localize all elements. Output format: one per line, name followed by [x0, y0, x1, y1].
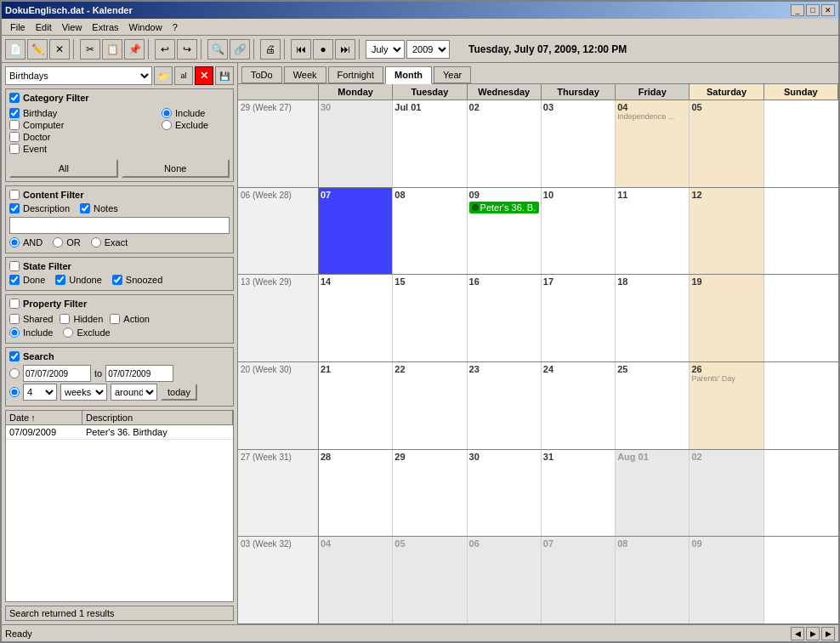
unit-select[interactable]: weeks days months	[60, 384, 107, 401]
category-event-cb[interactable]	[9, 144, 20, 154]
and-radio[interactable]	[9, 237, 20, 248]
date-column-header[interactable]: Date ↑	[6, 411, 82, 424]
shared-cb[interactable]	[9, 314, 20, 324]
category-computer-cb[interactable]	[9, 120, 20, 130]
year-select[interactable]: 2009	[406, 40, 450, 59]
undo-button[interactable]: ↩	[155, 39, 175, 60]
day-aug07[interactable]: 07	[542, 537, 616, 623]
cut-button[interactable]: ✂	[80, 39, 100, 60]
minimize-button[interactable]: _	[791, 4, 804, 16]
print-button[interactable]: 🖨	[260, 39, 281, 60]
search-from-date[interactable]	[23, 365, 91, 382]
open-button[interactable]: ✏️	[27, 39, 48, 60]
status-btn-1[interactable]: ◀	[791, 627, 804, 640]
search-button[interactable]: 🔍	[207, 39, 228, 60]
all-button[interactable]: All	[9, 159, 118, 178]
day-jul10[interactable]: 10	[542, 188, 616, 275]
day-aug01[interactable]: Aug 01	[616, 450, 690, 537]
around-select[interactable]: around before after	[111, 384, 157, 401]
calendar-save-btn[interactable]: 💾	[215, 66, 234, 85]
content-search-input[interactable]	[9, 217, 230, 234]
next-button[interactable]: ⏭	[335, 39, 355, 60]
bullet-button[interactable]: ●	[313, 39, 333, 60]
new-button[interactable]: 📄	[5, 39, 26, 60]
category-birthday-cb[interactable]	[9, 108, 20, 118]
day-jul09[interactable]: 09 Peter's 36. B.	[468, 188, 542, 275]
day-jul01[interactable]: Jul 01	[393, 100, 467, 187]
day-jul07[interactable]: 07	[319, 188, 393, 275]
day-jul05[interactable]: 05	[690, 100, 763, 187]
relative-radio[interactable]	[9, 387, 20, 397]
day-jul04[interactable]: 04Independence ...	[616, 100, 690, 187]
hidden-cb[interactable]	[60, 314, 70, 324]
tab-todo[interactable]: ToDo	[241, 66, 282, 83]
tab-year[interactable]: Year	[434, 66, 471, 83]
day-jun30[interactable]: 30	[319, 100, 393, 187]
prop-include-radio[interactable]	[9, 327, 20, 338]
day-jul17[interactable]: 17	[542, 275, 616, 361]
day-aug08[interactable]: 08	[616, 537, 690, 623]
menu-help[interactable]: ?	[167, 20, 183, 34]
menu-window[interactable]: Window	[124, 20, 167, 34]
maximize-button[interactable]: □	[806, 4, 820, 16]
link-button[interactable]: 🔗	[230, 39, 250, 60]
day-jul22[interactable]: 22	[393, 362, 467, 449]
day-aug02[interactable]: 02	[690, 450, 763, 537]
day-aug04[interactable]: 04	[319, 537, 393, 623]
menu-extras[interactable]: Extras	[87, 20, 123, 34]
birthday-event[interactable]: Peter's 36. B.	[469, 202, 539, 213]
status-btn-3[interactable]: ▶	[821, 627, 835, 640]
day-jul26[interactable]: 26Parents' Day	[690, 362, 763, 449]
day-jul08[interactable]: 08	[393, 188, 467, 275]
day-jul30[interactable]: 30	[468, 450, 542, 537]
day-jul02[interactable]: 02	[468, 100, 542, 187]
or-radio[interactable]	[53, 237, 63, 248]
day-jul23[interactable]: 23	[468, 362, 542, 449]
description-cb[interactable]	[9, 203, 20, 213]
tab-fortnight[interactable]: Fortnight	[328, 66, 383, 83]
day-jul15[interactable]: 15	[393, 275, 467, 361]
state-filter-checkbox[interactable]	[9, 261, 20, 271]
content-filter-checkbox[interactable]	[9, 190, 20, 200]
day-jul11[interactable]: 11	[616, 188, 690, 275]
tab-month[interactable]: Month	[385, 66, 432, 84]
paste-button[interactable]: 📌	[124, 39, 145, 60]
result-row-1[interactable]: 07/09/2009 Peter's 36. Birthday	[6, 425, 233, 440]
none-button[interactable]: None	[122, 159, 230, 178]
menu-view[interactable]: View	[57, 20, 88, 34]
day-jul03[interactable]: 03	[542, 100, 616, 187]
category-doctor-cb[interactable]	[9, 132, 20, 142]
calendar-folder-btn[interactable]: 📁	[154, 66, 173, 85]
prop-exclude-radio[interactable]	[63, 327, 73, 338]
property-filter-checkbox[interactable]	[9, 299, 20, 309]
day-jul12[interactable]: 12	[690, 188, 763, 275]
action-cb[interactable]	[110, 314, 120, 324]
day-jul24[interactable]: 24	[542, 362, 616, 449]
exclude-radio[interactable]	[162, 120, 172, 130]
day-jul19[interactable]: 19	[690, 275, 763, 361]
menu-file[interactable]: File	[5, 20, 31, 34]
day-aug09[interactable]: 09	[690, 537, 763, 623]
month-select[interactable]: July	[366, 40, 405, 59]
day-aug05[interactable]: 05	[393, 537, 467, 623]
redo-button[interactable]: ↪	[177, 39, 197, 60]
menu-edit[interactable]: Edit	[31, 20, 57, 34]
date-range-radio[interactable]	[9, 368, 20, 378]
search-to-date[interactable]	[105, 365, 173, 382]
day-jul29[interactable]: 29	[393, 450, 467, 537]
include-radio[interactable]	[162, 108, 172, 118]
day-jul25[interactable]: 25	[616, 362, 690, 449]
calendar-dropdown[interactable]: Birthdays	[5, 66, 152, 85]
calendar-x-btn[interactable]: ✕	[195, 66, 213, 85]
num-select[interactable]: 4	[23, 384, 57, 401]
today-button[interactable]: today	[161, 384, 197, 401]
day-jul18[interactable]: 18	[616, 275, 690, 361]
description-column-header[interactable]: Description	[82, 411, 233, 424]
search-checkbox[interactable]	[9, 351, 20, 361]
close-button[interactable]: ✕	[821, 4, 835, 16]
done-cb[interactable]	[9, 275, 20, 285]
copy-button[interactable]: 📋	[102, 39, 122, 60]
exact-radio[interactable]	[91, 237, 101, 248]
notes-cb[interactable]	[80, 203, 90, 213]
tab-week[interactable]: Week	[284, 66, 326, 83]
